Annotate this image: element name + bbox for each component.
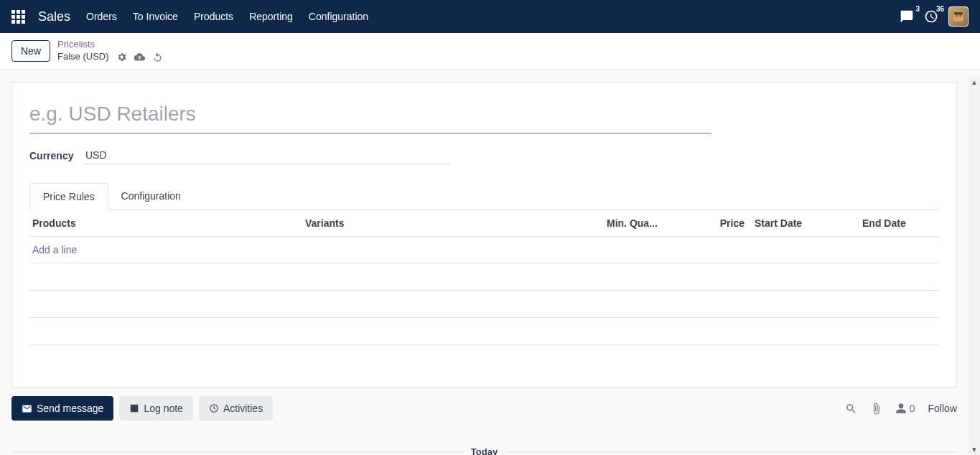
messages-count: 3 bbox=[914, 5, 921, 13]
breadcrumb-parent[interactable]: Pricelists bbox=[57, 39, 163, 51]
apps-icon[interactable] bbox=[11, 10, 25, 24]
nav-item-products[interactable]: Products bbox=[194, 11, 233, 22]
svg-rect-3 bbox=[954, 12, 963, 14]
gear-icon[interactable] bbox=[116, 52, 127, 62]
svg-point-2 bbox=[959, 15, 961, 17]
app-brand[interactable]: Sales bbox=[38, 9, 70, 24]
discard-icon[interactable] bbox=[152, 52, 163, 62]
top-navbar: Sales Orders To Invoice Products Reporti… bbox=[0, 0, 980, 33]
chat-icon bbox=[900, 9, 914, 24]
breadcrumb-current: False (USD) bbox=[57, 51, 109, 63]
nav-item-orders[interactable]: Orders bbox=[86, 11, 117, 22]
control-row: New Pricelists False (USD) bbox=[0, 33, 980, 70]
breadcrumb: Pricelists False (USD) bbox=[57, 39, 163, 63]
new-button[interactable]: New bbox=[11, 40, 50, 62]
avatar-icon bbox=[951, 9, 966, 24]
activities-count: 36 bbox=[935, 5, 946, 13]
nav-item-configuration[interactable]: Configuration bbox=[309, 11, 368, 22]
cloud-save-icon[interactable] bbox=[134, 52, 145, 62]
svg-point-1 bbox=[956, 15, 957, 17]
nav-right: 3 36 bbox=[900, 6, 969, 27]
nav-menu: Orders To Invoice Products Reporting Con… bbox=[86, 11, 900, 22]
nav-item-reporting[interactable]: Reporting bbox=[249, 11, 293, 22]
user-avatar[interactable] bbox=[948, 6, 969, 27]
nav-item-to-invoice[interactable]: To Invoice bbox=[133, 11, 178, 22]
messages-button[interactable]: 3 bbox=[900, 9, 914, 24]
activities-button[interactable]: 36 bbox=[924, 9, 938, 24]
